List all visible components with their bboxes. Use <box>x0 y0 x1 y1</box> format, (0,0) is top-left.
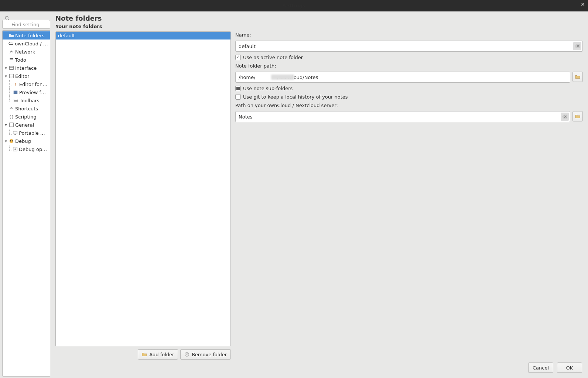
chevron-down-icon[interactable]: ▾ <box>4 66 8 71</box>
tree-item-preview-fonts[interactable]: Preview fonts <box>3 88 50 96</box>
tree-label: Scripting <box>15 114 37 120</box>
tree-label: Note folders <box>15 33 44 38</box>
search-icon <box>2 14 7 19</box>
font-icon: ⁝ <box>13 82 18 87</box>
svg-point-0 <box>5 16 8 19</box>
remove-icon <box>184 352 189 357</box>
remove-folder-button[interactable]: Remove folder <box>180 349 231 360</box>
svg-point-11 <box>10 139 14 143</box>
path-label: Note folder path: <box>235 63 583 69</box>
svg-rect-2 <box>10 66 14 70</box>
folder-open-icon <box>575 74 580 79</box>
tree-label: Shortcuts <box>15 106 38 111</box>
git-checkbox[interactable] <box>235 94 241 100</box>
tree-item-editor-fonts[interactable]: ⁝ Editor fonts… <box>3 80 50 88</box>
tree-item-toolbars[interactable]: Toolbars <box>3 96 50 104</box>
close-icon[interactable]: ✕ <box>581 2 585 7</box>
svg-rect-7 <box>14 101 18 102</box>
tree-label: Network <box>15 49 35 55</box>
svg-rect-5 <box>14 91 18 94</box>
folder-list-column: default Add folder Remove folder <box>55 31 231 360</box>
tree-item-note-folders[interactable]: Note folders <box>3 31 50 39</box>
clear-icon[interactable] <box>573 42 581 50</box>
tree-item-todo[interactable]: Todo <box>3 56 50 64</box>
toolbar-icon <box>13 98 18 103</box>
subfolders-check[interactable]: Use note sub-folders <box>235 86 583 91</box>
tree-item-interface[interactable]: ▾ Interface <box>3 64 50 72</box>
name-input[interactable] <box>235 41 583 52</box>
list-item[interactable]: default <box>56 32 230 39</box>
cloud-icon <box>8 41 14 46</box>
list-icon <box>9 57 14 62</box>
clear-icon[interactable] <box>561 113 569 121</box>
preview-icon <box>13 90 18 95</box>
tree-label: Toolbars <box>20 98 40 103</box>
ok-button[interactable]: OK <box>557 362 582 373</box>
tree-label: Editor <box>15 73 29 79</box>
page-title: Note folders <box>52 14 586 24</box>
search-input[interactable] <box>2 20 50 29</box>
button-label: OK <box>566 365 573 371</box>
folder-buttons: Add folder Remove folder <box>55 346 231 360</box>
tree-item-scripting[interactable]: {} Scripting <box>3 113 50 121</box>
browse-path-button[interactable] <box>572 72 583 82</box>
window-icon <box>9 65 14 71</box>
cancel-button[interactable]: Cancel <box>528 362 553 373</box>
checkbox-label: Use note sub-folders <box>243 86 293 91</box>
search-container <box>2 14 50 29</box>
general-icon <box>9 122 14 127</box>
tree-item-network[interactable]: Network <box>3 48 50 56</box>
path-row <box>235 72 583 83</box>
server-path-input[interactable] <box>235 111 570 122</box>
options-icon <box>13 147 18 152</box>
shortcut-icon <box>9 106 14 111</box>
dialog-footer: Cancel OK <box>52 360 586 377</box>
tree-label: ownCloud / N… <box>15 41 48 47</box>
debug-icon <box>9 138 14 144</box>
svg-point-15 <box>14 148 16 150</box>
tree-label: Portable mode <box>19 130 48 136</box>
tree-label: Editor fonts… <box>19 82 48 87</box>
tree-item-general[interactable]: ▾ General <box>3 121 50 129</box>
tree-item-debug[interactable]: ▾ Debug <box>3 137 50 145</box>
tree-item-shortcuts[interactable]: Shortcuts <box>3 104 50 113</box>
subfolders-checkbox[interactable] <box>235 86 241 91</box>
tree-label: Todo <box>15 57 26 63</box>
active-folder-check[interactable]: Use as active note folder <box>235 55 583 60</box>
page-subtitle: Your note folders <box>52 24 586 31</box>
active-folder-checkbox[interactable] <box>235 55 241 60</box>
sidebar: Note folders ownCloud / N… Network Todo … <box>2 14 50 377</box>
tree-label: Preview fonts <box>19 90 48 95</box>
server-path-row <box>235 111 583 122</box>
server-path-label: Path on your ownCloud / Nextcloud server… <box>235 103 583 108</box>
tree-item-editor[interactable]: ▾ Editor <box>3 72 50 80</box>
tree-item-owncloud[interactable]: ownCloud / N… <box>3 39 50 48</box>
redacted-text <box>271 75 294 80</box>
tree-item-portable[interactable]: Portable mode <box>3 129 50 137</box>
chevron-down-icon[interactable]: ▾ <box>4 74 8 79</box>
settings-tree: Note folders ownCloud / N… Network Todo … <box>2 30 50 377</box>
tree-label: Interface <box>15 65 37 71</box>
button-label: Remove folder <box>192 352 227 357</box>
window-title: Settings <box>283 3 305 8</box>
server-path-wrap <box>235 111 570 122</box>
monitor-icon <box>13 130 18 135</box>
chevron-down-icon[interactable]: ▾ <box>4 139 8 144</box>
code-icon: {} <box>9 114 14 119</box>
tree-item-debug-options[interactable]: Debug options <box>3 145 50 153</box>
svg-rect-8 <box>10 123 14 127</box>
content-columns: default Add folder Remove folder Name: <box>52 31 586 360</box>
window-titlebar: Settings ✕ <box>0 0 588 11</box>
svg-rect-9 <box>13 131 17 134</box>
folder-list[interactable]: default <box>55 31 231 346</box>
svg-point-13 <box>12 140 13 141</box>
git-check[interactable]: Use git to keep a local history of your … <box>235 94 583 100</box>
button-label: Add folder <box>149 352 174 357</box>
browse-server-path-button[interactable] <box>572 111 583 121</box>
add-folder-button[interactable]: Add folder <box>138 349 178 360</box>
chevron-down-icon[interactable]: ▾ <box>4 123 8 127</box>
folder-detail-column: Name: Use as active note folder Note fol… <box>235 31 583 360</box>
network-icon <box>9 49 14 54</box>
svg-rect-6 <box>14 99 18 100</box>
tree-label: General <box>15 122 34 128</box>
